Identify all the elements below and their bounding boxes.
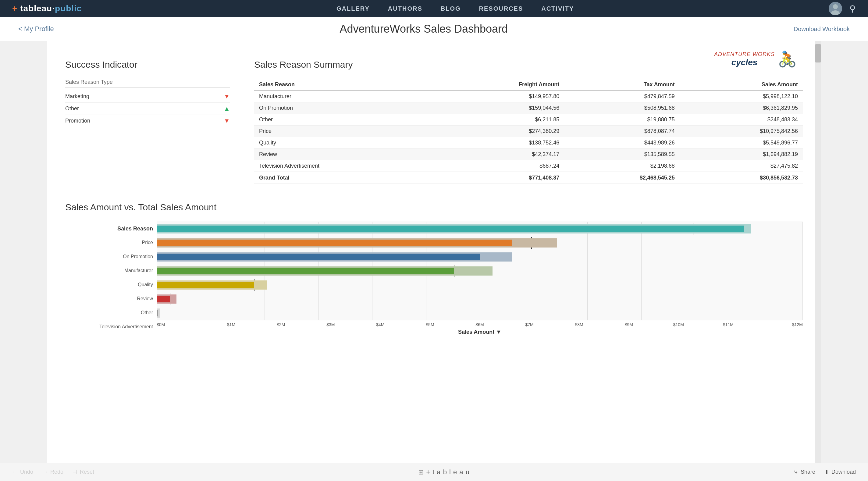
cell-reason: Quality xyxy=(254,137,435,149)
x-tick-label: $12M xyxy=(753,322,803,327)
nav-gallery[interactable]: GALLERY xyxy=(337,5,370,12)
arrow-up-icon: ▲ xyxy=(224,105,230,112)
undo-button[interactable]: ← Undo xyxy=(12,469,33,475)
bar-foreground xyxy=(157,282,254,288)
filter-promotion-label: Promotion xyxy=(65,118,90,124)
x-tick-label: $4M xyxy=(355,322,405,327)
cell-tax: $2,468,545.25 xyxy=(564,172,679,184)
cell-tax: $443,989.26 xyxy=(564,137,679,149)
cell-tax: $878,087.74 xyxy=(564,126,679,137)
download-workbook-link[interactable]: Download Workbook xyxy=(794,26,850,33)
bar-row xyxy=(157,250,803,264)
x-tick-label: $1M xyxy=(206,322,256,327)
table-row: Other $6,211.85 $19,880.75 $248,483.34 xyxy=(254,114,803,126)
table-row: On Promotion $159,044.56 $508,951.68 $6,… xyxy=(254,102,803,114)
y-label: Review xyxy=(65,292,153,306)
cell-freight: $771,408.37 xyxy=(435,172,564,184)
subheader: < My Profile AdventureWorks Sales Dashbo… xyxy=(0,17,868,41)
y-label: Television Advertisement xyxy=(65,320,153,334)
cell-freight: $42,374.17 xyxy=(435,149,564,160)
cell-reason: Price xyxy=(254,126,435,137)
table-row: Television Advertisement $687.24 $2,198.… xyxy=(254,160,803,172)
cell-tax: $2,198.68 xyxy=(564,160,679,172)
download-button[interactable]: ⬇ Download xyxy=(825,469,856,476)
nav-blog[interactable]: BLOG xyxy=(441,5,461,12)
cell-freight: $159,044.56 xyxy=(435,102,564,114)
cell-tax: $19,880.75 xyxy=(564,114,679,126)
sales-summary: Sales Reason Summary Sales Reason Freigh… xyxy=(254,59,803,184)
share-icon: ⤷ xyxy=(794,469,798,476)
bar-row xyxy=(157,222,803,236)
arrow-down-icon-2: ▼ xyxy=(224,117,230,124)
x-tick-label: $0M xyxy=(157,322,206,327)
table-row: Manufacturer $149,957.80 $479,847.59 $5,… xyxy=(254,91,803,102)
filter-marketing-label: Marketing xyxy=(65,93,89,100)
download-icon: ⬇ xyxy=(825,469,829,476)
cell-reason: Review xyxy=(254,149,435,160)
nav-authors[interactable]: AUTHORS xyxy=(388,5,423,12)
share-button[interactable]: ⤷ Share xyxy=(794,469,815,476)
scrollbar-thumb[interactable] xyxy=(815,44,821,62)
cell-sales: $30,856,532.73 xyxy=(680,172,803,184)
filter-other-label: Other xyxy=(65,106,79,112)
filter-item-promotion[interactable]: Promotion ▼ xyxy=(65,115,230,127)
y-label: On Promotion xyxy=(65,250,153,264)
x-tick-label: $8M xyxy=(554,322,604,327)
cell-reason: Television Advertisement xyxy=(254,160,435,172)
download-label: Download xyxy=(831,469,856,475)
cell-freight: $687.24 xyxy=(435,160,564,172)
avatar[interactable] xyxy=(829,2,842,15)
x-axis-label: Sales Amount ▼ xyxy=(157,329,803,335)
my-profile-link[interactable]: < My Profile xyxy=(18,25,54,33)
col-header-freight: Freight Amount xyxy=(435,79,564,91)
bar-foreground xyxy=(157,310,158,317)
table-row: Price $274,380.29 $878,087.74 $10,975,84… xyxy=(254,126,803,137)
undo-label: Undo xyxy=(20,469,33,475)
reset-button[interactable]: ⊣ Reset xyxy=(72,469,94,476)
bottom-right: ⤷ Share ⬇ Download xyxy=(794,469,856,476)
y-label: Manufacturer xyxy=(65,264,153,278)
cell-sales: $1,694,882.19 xyxy=(680,149,803,160)
x-tick-label: $5M xyxy=(405,322,455,327)
nav-activity[interactable]: ACTIVITY xyxy=(541,5,574,12)
aw-logo-cycles: cycles xyxy=(714,58,775,67)
bar-foreground xyxy=(157,240,512,246)
scrollbar[interactable] xyxy=(815,41,821,468)
nav-resources[interactable]: RESOURCES xyxy=(479,5,523,12)
cell-freight: $6,211.85 xyxy=(435,114,564,126)
redo-icon: → xyxy=(42,469,48,475)
cell-reason: On Promotion xyxy=(254,102,435,114)
col-header-sales: Sales Amount xyxy=(680,79,803,91)
x-tick-label: $11M xyxy=(704,322,753,327)
col-header-tax: Tax Amount xyxy=(564,79,679,91)
bar-row xyxy=(157,306,803,320)
cell-reason: Other xyxy=(254,114,435,126)
tableau-logo[interactable]: + tableau·public xyxy=(12,4,82,13)
filter-item-other[interactable]: Other ▲ xyxy=(65,103,230,115)
cell-sales: $10,975,842.56 xyxy=(680,126,803,137)
sales-table: Sales Reason Freight Amount Tax Amount S… xyxy=(254,79,803,184)
cell-freight: $138,752.46 xyxy=(435,137,564,149)
top-nav: + tableau·public GALLERY AUTHORS BLOG RE… xyxy=(0,0,868,17)
page-title: AdventureWorks Sales Dashboard xyxy=(54,23,794,35)
reset-icon: ⊣ xyxy=(72,469,78,476)
bottom-left: ← Undo → Redo ⊣ Reset xyxy=(12,469,94,476)
y-label: Other xyxy=(65,306,153,320)
cell-sales: $27,475.82 xyxy=(680,160,803,172)
cell-freight: $274,380.29 xyxy=(435,126,564,137)
x-tick-label: $7M xyxy=(505,322,554,327)
cell-reason: Manufacturer xyxy=(254,91,435,102)
y-label: Price xyxy=(65,236,153,250)
search-icon[interactable]: ⚲ xyxy=(849,4,856,14)
cell-sales: $6,361,829.95 xyxy=(680,102,803,114)
bar-foreground xyxy=(157,253,480,260)
y-label: Quality xyxy=(65,278,153,292)
x-tick-label: $2M xyxy=(256,322,306,327)
aw-logo-text: ADVENTURE WORKS xyxy=(714,51,775,58)
filter-item-marketing[interactable]: Marketing ▼ xyxy=(65,91,230,103)
tableau-bottom-logo: ⊞ + t a b l e a u xyxy=(418,468,470,476)
bar-foreground xyxy=(157,226,744,232)
redo-button[interactable]: → Redo xyxy=(42,469,63,475)
dashboard-container: ADVENTURE WORKS cycles 🚴 Success Indicat… xyxy=(47,41,821,468)
main-content: ADVENTURE WORKS cycles 🚴 Success Indicat… xyxy=(0,41,868,468)
